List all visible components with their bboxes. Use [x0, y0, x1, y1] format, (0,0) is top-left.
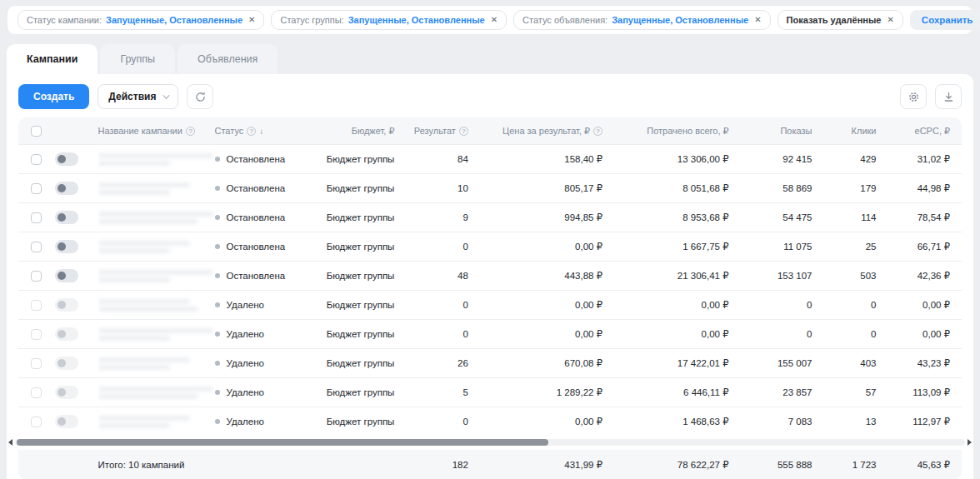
campaign-toggle[interactable]	[55, 152, 78, 166]
budget-cell: Бюджет группы	[317, 145, 407, 173]
download-icon	[942, 91, 955, 103]
actions-dropdown[interactable]: Действия	[98, 84, 178, 109]
status-text: Удалено	[227, 329, 264, 339]
campaign-toggle[interactable]	[55, 182, 78, 195]
campaign-name-redacted[interactable]	[98, 357, 190, 370]
row-checkbox[interactable]	[31, 329, 42, 340]
row-checkbox[interactable]	[31, 300, 42, 311]
price-cell: 443,88 ₽	[480, 262, 614, 290]
row-checkbox[interactable]	[31, 242, 42, 252]
close-icon[interactable]	[491, 16, 498, 24]
column-clicks[interactable]: Клики	[823, 117, 888, 144]
status-text: Удалено	[227, 300, 264, 310]
tab-groups[interactable]: Группы	[100, 44, 175, 74]
table-row: Удалено Бюджет группы 0 0,00 ₽ 1 468,63 …	[18, 407, 962, 436]
campaign-name-redacted[interactable]	[98, 241, 190, 253]
tab-ads[interactable]: Объявления	[178, 44, 278, 74]
campaign-name-redacted[interactable]	[98, 387, 213, 399]
close-icon[interactable]	[887, 16, 893, 24]
refresh-button[interactable]	[187, 84, 213, 109]
help-icon[interactable]	[459, 127, 468, 136]
budget-cell: Бюджет группы	[317, 407, 407, 436]
table-row: Удалено Бюджет группы 0 0,00 ₽ 0,00 ₽ 0 …	[18, 319, 962, 348]
select-all-checkbox[interactable]	[31, 126, 42, 137]
close-icon[interactable]	[754, 16, 761, 24]
tab-campaigns[interactable]: Кампании	[7, 44, 98, 74]
toolbar: Создать Действия	[7, 82, 973, 117]
download-button[interactable]	[935, 84, 962, 109]
totals-row: Итого: 10 кампаний 182 431,99 ₽ 78 622,2…	[18, 450, 962, 479]
filter-chip[interactable]: Показать удалённые	[778, 10, 903, 30]
ecpc-cell: 42,36 ₽	[888, 262, 962, 290]
scrollbar-track[interactable]	[15, 439, 965, 446]
filter-chip[interactable]: Статус группы: Запущенные, Остановленные	[271, 10, 507, 30]
campaign-name-redacted[interactable]	[98, 299, 198, 312]
column-name[interactable]: Название кампании	[98, 117, 215, 144]
campaign-toggle[interactable]	[55, 240, 78, 253]
filter-chip[interactable]: Статус объявления: Запущенные, Остановле…	[513, 10, 770, 30]
spent-cell: 1 468,63 ₽	[614, 407, 741, 436]
result-cell: 9	[406, 203, 480, 232]
help-icon[interactable]	[247, 127, 256, 136]
column-impressions[interactable]: Показы	[741, 117, 824, 144]
campaign-toggle[interactable]	[55, 357, 78, 370]
ecpc-cell: 0,00 ₽	[888, 320, 962, 348]
table-header: Название кампании Статус Бюджет, ₽ Резул…	[18, 117, 962, 144]
scrollbar-thumb[interactable]	[17, 439, 548, 446]
clicks-cell: 114	[823, 203, 888, 232]
campaign-name-redacted[interactable]	[98, 328, 213, 341]
status-dot-icon	[215, 302, 220, 307]
row-checkbox[interactable]	[31, 212, 42, 223]
scroll-right-arrow[interactable]	[968, 439, 972, 446]
price-cell: 805,17 ₽	[480, 174, 614, 202]
campaign-name-redacted[interactable]	[98, 416, 190, 428]
campaign-toggle[interactable]	[55, 327, 78, 341]
column-result[interactable]: Результат	[406, 117, 480, 144]
row-checkbox[interactable]	[31, 358, 42, 369]
row-checkbox[interactable]	[31, 183, 42, 194]
settings-button[interactable]	[900, 84, 927, 109]
column-status[interactable]: Статус	[215, 117, 317, 144]
status-dot-icon	[215, 215, 220, 220]
campaign-toggle[interactable]	[55, 269, 78, 282]
spent-cell: 21 306,41 ₽	[614, 262, 741, 290]
campaign-toggle[interactable]	[55, 211, 78, 224]
help-icon[interactable]	[186, 127, 195, 136]
campaign-name-redacted[interactable]	[98, 212, 213, 224]
result-cell: 0	[406, 407, 480, 436]
table-row: Остановлена Бюджет группы 48 443,88 ₽ 21…	[18, 261, 962, 290]
result-cell: 84	[406, 145, 480, 173]
campaign-name-redacted[interactable]	[98, 153, 213, 166]
budget-cell: Бюджет группы	[317, 320, 407, 348]
campaign-name-redacted[interactable]	[98, 270, 213, 282]
table-row: Удалено Бюджет группы 5 1 289,22 ₽ 6 446…	[18, 377, 962, 407]
row-checkbox[interactable]	[31, 417, 42, 427]
scroll-left-arrow[interactable]	[8, 439, 12, 446]
filter-chip[interactable]: Статус кампании: Запущенные, Остановленн…	[18, 10, 264, 30]
help-icon[interactable]	[593, 127, 602, 136]
campaign-toggle[interactable]	[55, 298, 78, 312]
column-price[interactable]: Цена за результат, ₽	[480, 117, 614, 144]
row-checkbox[interactable]	[31, 154, 42, 165]
column-spent[interactable]: Потрачено всего, ₽	[614, 117, 741, 144]
save-filters-button[interactable]: Сохранить	[910, 10, 980, 30]
campaign-toggle[interactable]	[55, 386, 78, 399]
row-checkbox[interactable]	[31, 387, 42, 398]
toggle-knob	[58, 184, 66, 192]
campaign-toggle[interactable]	[55, 415, 78, 428]
spent-cell: 8 051,68 ₽	[614, 174, 741, 202]
column-budget[interactable]: Бюджет, ₽	[317, 117, 407, 144]
row-checkbox[interactable]	[31, 271, 42, 282]
result-cell: 48	[406, 262, 480, 290]
budget-cell: Бюджет группы	[317, 174, 407, 202]
close-icon[interactable]	[248, 16, 255, 24]
impressions-cell: 0	[741, 291, 824, 319]
budget-cell: Бюджет группы	[317, 262, 407, 290]
status-dot-icon	[215, 244, 220, 249]
table-row: Остановлена Бюджет группы 84 158,40 ₽ 13…	[18, 144, 962, 173]
column-ecpc[interactable]: eCPC, ₽	[888, 117, 962, 144]
refresh-icon	[194, 91, 207, 103]
campaign-name-redacted[interactable]	[98, 182, 190, 195]
gear-icon	[908, 91, 920, 103]
create-button[interactable]: Создать	[18, 84, 89, 109]
